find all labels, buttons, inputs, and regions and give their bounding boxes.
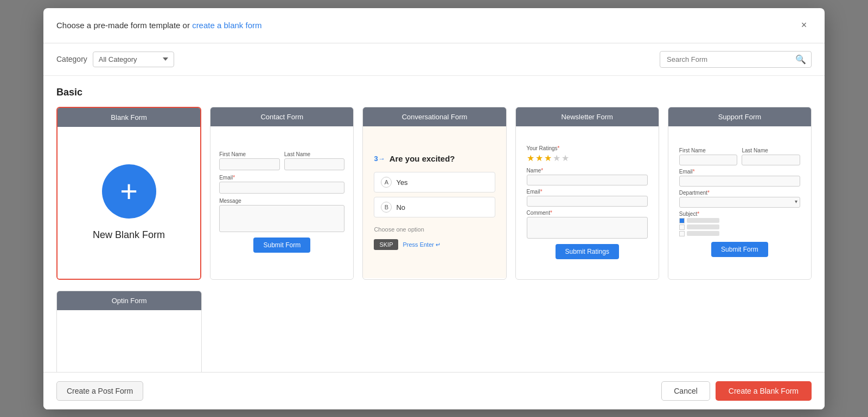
support-form-preview: First Name Last Name Email* — [677, 145, 802, 259]
template-card-blank[interactable]: Blank Form + New Blank Form — [56, 107, 201, 280]
template-card-body-newsletter: Your Ratings* ★ ★ ★ ★ ★ Name* — [516, 126, 659, 278]
modal-close-button[interactable]: × — [796, 18, 812, 33]
modal-body: Basic Blank Form + New Blank Form C — [43, 76, 825, 372]
footer-left: Create a Post Form — [56, 381, 143, 401]
newsletter-email-label: Email* — [527, 189, 648, 195]
search-icon: 🔍 — [795, 55, 806, 64]
checkbox-3 — [679, 231, 685, 236]
checkbox-label-1 — [687, 218, 719, 223]
contact-email-input — [219, 182, 344, 194]
contact-email-label: Email* — [219, 175, 344, 181]
support-dept-select: ▾ — [679, 197, 800, 208]
template-card-body-optin — [57, 310, 201, 372]
newsletter-email-input — [527, 196, 648, 207]
dept-chevron-icon: ▾ — [795, 198, 797, 204]
create-blank-link[interactable]: create a blank form — [192, 21, 261, 30]
support-subject-label: Subject* — [679, 211, 800, 217]
filter-row: Category All Category 🔍 — [43, 43, 825, 76]
search-icon-button[interactable]: 🔍 — [795, 54, 806, 65]
template-card-newsletter[interactable]: Newsletter Form Your Ratings* ★ ★ ★ ★ ★ — [515, 107, 659, 280]
conv-instruction: Choose one option — [374, 226, 495, 233]
conv-option-no-label: No — [396, 203, 405, 211]
contact-submit-btn: Submit Form — [253, 238, 310, 253]
support-email-label: Email* — [679, 169, 800, 175]
conv-step: 3→ — [374, 155, 385, 163]
cancel-button[interactable]: Cancel — [661, 381, 710, 401]
template-card-body-support: First Name Last Name Email* — [668, 126, 811, 278]
support-firstname-label: First Name — [679, 147, 738, 153]
conv-option-key-a: A — [381, 177, 392, 188]
conv-question-text: Are you excited? — [390, 154, 455, 163]
checkbox-label-2 — [687, 224, 719, 229]
modal-header: Choose a pre-made form template or creat… — [43, 8, 825, 43]
plus-circle-icon: + — [102, 164, 156, 219]
conv-question: 3→ Are you excited? — [374, 154, 495, 163]
template-card-conv[interactable]: Conversational Form 3→ Are you excited? … — [362, 107, 506, 280]
template-card-body-contact: First Name Last Name Email* — [210, 126, 353, 278]
template-card-body-blank: + New Blank Form — [58, 127, 200, 279]
newsletter-name-label: Name* — [527, 168, 648, 174]
contact-form-preview: First Name Last Name Email* — [219, 151, 344, 253]
star-3: ★ — [544, 153, 552, 163]
conv-form-preview: 3→ Are you excited? A Yes B No — [363, 132, 506, 273]
template-card-header-newsletter: Newsletter Form — [516, 107, 659, 126]
support-submit-btn: Submit Form — [711, 242, 768, 257]
star-2: ★ — [535, 153, 543, 163]
modal-title: Choose a pre-made form template or creat… — [56, 21, 262, 30]
checkbox-item-3 — [679, 231, 800, 236]
template-card-header-support: Support Form — [668, 107, 811, 126]
search-form-input[interactable] — [660, 51, 812, 68]
conv-footer: SKIP Press Enter ↵ — [374, 239, 495, 250]
support-firstname-input — [679, 155, 738, 165]
newsletter-submit-btn: Submit Ratings — [556, 244, 619, 259]
modal-dialog: Choose a pre-made form template or creat… — [43, 8, 825, 409]
template-card-header-blank: Blank Form — [58, 108, 200, 127]
category-filter: Category All Category — [56, 52, 174, 67]
conv-option-yes: A Yes — [374, 172, 495, 193]
modal-title-text: Choose a pre-made form template or — [56, 21, 192, 30]
create-post-form-button[interactable]: Create a Post Form — [56, 381, 143, 401]
template-card-body-conv: 3→ Are you excited? A Yes B No — [363, 126, 506, 278]
contact-lastname-label: Last Name — [284, 151, 345, 157]
support-lastname-input — [742, 155, 800, 165]
template-card-contact[interactable]: Contact Form First Name Last Name — [210, 107, 354, 280]
template-card-support[interactable]: Support Form First Name Last Name — [668, 107, 812, 280]
star-1: ★ — [527, 153, 534, 163]
newsletter-comment-textarea — [527, 217, 648, 239]
checkbox-1 — [679, 218, 685, 223]
template-card-header-conv: Conversational Form — [363, 107, 506, 126]
checkbox-2 — [679, 224, 685, 230]
modal-overlay: Choose a pre-made form template or creat… — [0, 0, 868, 417]
conv-option-no: B No — [374, 197, 495, 217]
footer-right: Cancel Create a Blank Form — [661, 381, 812, 401]
template-card-header-contact: Contact Form — [210, 107, 353, 126]
search-input-wrap: 🔍 — [660, 51, 812, 68]
newsletter-form-preview: Your Ratings* ★ ★ ★ ★ ★ Name* — [525, 143, 650, 261]
newsletter-comment-label: Comment* — [527, 210, 648, 216]
template-card-header-optin: Optin Form — [57, 291, 201, 310]
template-card-optin[interactable]: Optin Form — [56, 291, 202, 372]
contact-message-label: Message — [219, 198, 344, 204]
newsletter-name-input — [527, 175, 648, 185]
newsletter-ratings-label: Your Ratings* — [527, 145, 648, 151]
support-lastname-label: Last Name — [742, 147, 800, 153]
conv-option-key-b: B — [381, 202, 392, 213]
star-4: ★ — [553, 153, 560, 163]
conv-skip-btn: SKIP — [374, 239, 398, 250]
section-basic-title: Basic — [56, 87, 812, 98]
category-select[interactable]: All Category — [93, 52, 174, 67]
second-row-templates: Optin Form — [56, 291, 812, 372]
star-5: ★ — [561, 153, 569, 163]
create-blank-form-button[interactable]: Create a Blank Form — [716, 381, 812, 401]
contact-message-textarea — [219, 205, 344, 232]
checkbox-item-1 — [679, 218, 800, 223]
support-dept-label: Department* — [679, 190, 800, 196]
checkbox-item-2 — [679, 224, 800, 230]
blank-form-label: New Blank Form — [93, 229, 165, 241]
contact-firstname-label: First Name — [219, 151, 280, 157]
conv-enter-hint: Press Enter ↵ — [403, 241, 441, 248]
support-subject-checkboxes — [679, 218, 800, 236]
modal-footer: Create a Post Form Cancel Create a Blank… — [43, 372, 825, 409]
templates-grid: Blank Form + New Blank Form Contact Form — [56, 107, 812, 280]
newsletter-stars: ★ ★ ★ ★ ★ — [527, 153, 648, 163]
